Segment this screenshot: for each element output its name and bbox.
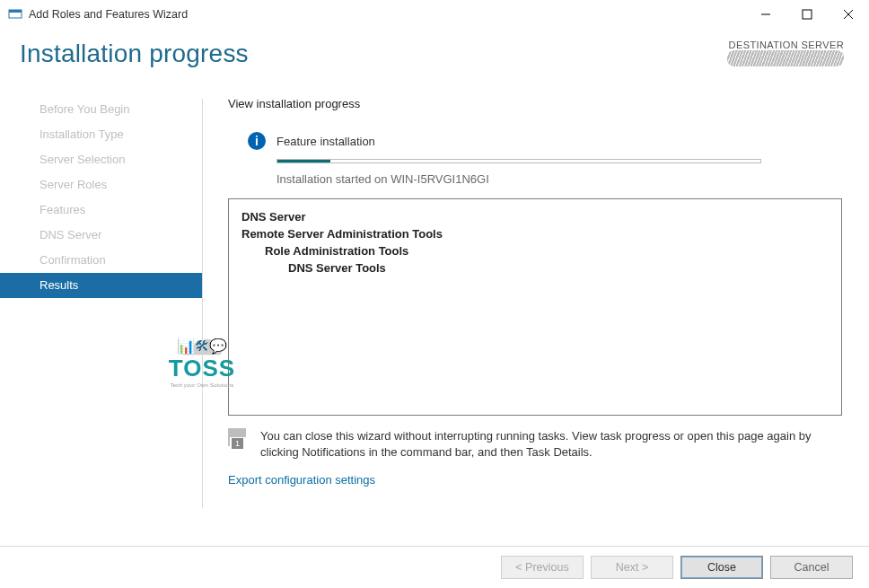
header: Installation progress DESTINATION SERVER xyxy=(0,29,869,68)
maximize-button[interactable] xyxy=(786,1,828,28)
export-configuration-link[interactable]: Export configuration settings xyxy=(228,473,375,487)
progress-bar xyxy=(276,159,761,163)
nav-item-server-roles: Server Roles xyxy=(0,172,203,197)
feature-line-dns-server: DNS Server xyxy=(241,210,829,224)
window-title: Add Roles and Features Wizard xyxy=(29,8,188,21)
cancel-button[interactable]: Cancel xyxy=(770,556,853,579)
close-window-button[interactable] xyxy=(828,1,869,28)
installation-started-text: Installation started on WIN-I5RVGI1N6GI xyxy=(276,172,842,186)
features-list-box: DNS Server Remote Server Administration … xyxy=(228,198,842,416)
nav-item-confirmation: Confirmation xyxy=(0,248,203,273)
feature-line-dns-server-tools: DNS Server Tools xyxy=(288,261,829,275)
nav-item-dns-server: DNS Server xyxy=(0,223,203,248)
svg-rect-3 xyxy=(803,10,812,19)
next-button: Next > xyxy=(591,556,673,579)
nav-item-results[interactable]: Results xyxy=(0,273,203,298)
svg-rect-1 xyxy=(9,10,22,13)
tip-row: 1 You can close this wizard without inte… xyxy=(228,428,842,461)
server-manager-icon xyxy=(7,6,23,22)
nav-item-features: Features xyxy=(0,197,203,223)
wizard-footer: < Previous Next > Close Cancel xyxy=(0,546,869,588)
page-title: Installation progress xyxy=(20,39,249,68)
previous-button: < Previous xyxy=(501,556,584,579)
destination-server-name-redacted xyxy=(727,50,844,66)
progress-bar-fill xyxy=(277,160,330,162)
destination-server-label: DESTINATION SERVER xyxy=(727,39,844,50)
feature-line-rsat: Remote Server Administration Tools xyxy=(241,227,829,241)
nav-item-server-selection: Server Selection xyxy=(0,147,203,172)
tip-text: You can close this wizard without interr… xyxy=(260,428,842,461)
feature-line-role-admin-tools: Role Administration Tools xyxy=(265,244,829,258)
view-installation-progress-label: View installation progress xyxy=(228,97,842,110)
nav-item-installation-type: Installation Type xyxy=(0,122,203,147)
notifications-badge: 1 xyxy=(232,438,243,449)
destination-server-block: DESTINATION SERVER xyxy=(727,39,844,68)
nav-item-before-you-begin: Before You Begin xyxy=(0,97,203,122)
info-icon: i xyxy=(248,132,266,150)
wizard-nav-sidebar: Before You Begin Installation Type Serve… xyxy=(0,95,203,526)
main-panel: View installation progress i Feature ins… xyxy=(203,95,869,526)
sidebar-divider xyxy=(202,99,203,508)
close-button[interactable]: Close xyxy=(680,556,763,579)
minimize-button[interactable] xyxy=(745,1,786,28)
notifications-flag-icon: 1 xyxy=(228,428,251,452)
feature-installation-label: Feature installation xyxy=(276,135,375,148)
titlebar: Add Roles and Features Wizard xyxy=(0,0,869,29)
